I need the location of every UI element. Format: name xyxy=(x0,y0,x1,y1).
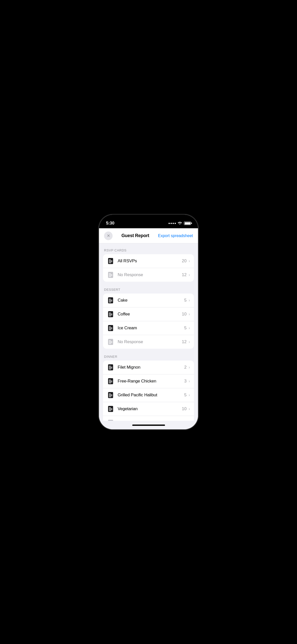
item-label-ice-cream: Ice Cream xyxy=(118,326,184,331)
chevron-icon-all-rsvps: › xyxy=(189,259,190,263)
svg-rect-8 xyxy=(109,275,112,276)
item-label-all-rsvps: All RSVPs xyxy=(118,259,182,264)
chevron-icon-filet-mignon: › xyxy=(189,365,190,370)
chevron-icon-ice-cream: › xyxy=(189,326,190,330)
list-item-coffee[interactable]: Coffee10› xyxy=(103,307,194,321)
svg-rect-23 xyxy=(109,329,112,329)
svg-rect-7 xyxy=(109,274,112,275)
doc-icon-no-response-dinner xyxy=(107,419,114,421)
svg-rect-6 xyxy=(109,273,111,274)
close-button[interactable]: ✕ xyxy=(104,232,113,240)
svg-rect-47 xyxy=(109,408,112,409)
list-item-no-response-dessert[interactable]: No Response12› xyxy=(103,335,194,349)
item-count-no-response-dinner: 12 xyxy=(182,420,187,421)
svg-rect-24 xyxy=(109,330,111,330)
item-count-coffee: 10 xyxy=(182,312,187,317)
page-title: Guest Report xyxy=(113,233,158,238)
item-count-no-response-dessert: 12 xyxy=(182,339,187,344)
svg-rect-16 xyxy=(109,313,111,313)
doc-icon-cake xyxy=(107,297,114,304)
svg-rect-31 xyxy=(109,366,111,366)
svg-rect-11 xyxy=(109,299,111,299)
doc-icon-grilled-pacific-halibut xyxy=(107,392,114,399)
chevron-icon-no-response-rsvp: › xyxy=(189,273,190,277)
svg-rect-42 xyxy=(109,395,112,395)
svg-rect-48 xyxy=(109,409,112,410)
list-item-grilled-pacific-halibut[interactable]: Grilled Pacific Halibut5› xyxy=(103,388,194,402)
chevron-icon-no-response-dessert: › xyxy=(189,340,190,344)
svg-rect-33 xyxy=(109,368,112,368)
nav-bar: ✕ Guest Report Export spreadsheet xyxy=(99,228,198,243)
section-rsvp-cards: RSVP Cards All RSVPs20› No Response12› xyxy=(103,248,194,282)
list-item-vegetarian[interactable]: Vegetarian10› xyxy=(103,402,194,416)
status-time: 5:30 xyxy=(106,221,114,226)
svg-rect-9 xyxy=(109,276,111,277)
svg-rect-44 xyxy=(109,397,111,397)
svg-rect-41 xyxy=(109,394,111,394)
svg-rect-13 xyxy=(109,301,112,301)
svg-rect-27 xyxy=(109,341,112,342)
doc-icon-no-response-dessert xyxy=(107,338,114,345)
section-title-dessert: Dessert xyxy=(103,288,194,292)
item-label-vegetarian: Vegetarian xyxy=(118,406,182,411)
svg-rect-12 xyxy=(109,300,112,300)
svg-rect-49 xyxy=(109,410,111,411)
chevron-icon-coffee: › xyxy=(189,312,190,316)
svg-rect-28 xyxy=(109,342,112,343)
item-count-cake: 5 xyxy=(184,298,186,303)
svg-rect-46 xyxy=(109,407,111,408)
svg-rect-18 xyxy=(109,315,112,315)
doc-icon-no-response-rsvp xyxy=(107,271,114,278)
item-count-ice-cream: 5 xyxy=(184,326,186,331)
svg-rect-4 xyxy=(109,263,111,263)
item-label-no-response-dessert: No Response xyxy=(118,339,182,344)
doc-icon-filet-mignon xyxy=(107,364,114,371)
item-label-no-response-dinner: No Response xyxy=(118,420,182,421)
svg-rect-1 xyxy=(109,260,111,260)
battery-icon xyxy=(184,221,191,225)
doc-icon-free-range-chicken xyxy=(107,378,114,385)
export-spreadsheet-button[interactable]: Export spreadsheet xyxy=(158,234,193,238)
item-label-no-response-rsvp: No Response xyxy=(118,272,182,277)
item-count-grilled-pacific-halibut: 5 xyxy=(184,393,186,398)
svg-rect-39 xyxy=(109,383,111,383)
home-indicator xyxy=(132,425,165,426)
list-item-ice-cream[interactable]: Ice Cream5› xyxy=(103,321,194,335)
item-label-coffee: Coffee xyxy=(118,312,182,317)
chevron-icon-no-response-dinner: › xyxy=(189,421,190,421)
item-count-no-response-rsvp: 12 xyxy=(182,272,187,277)
svg-rect-32 xyxy=(109,367,112,367)
chevron-icon-cake: › xyxy=(189,298,190,303)
item-label-filet-mignon: Filet Mignon xyxy=(118,365,184,370)
svg-rect-29 xyxy=(109,343,111,344)
svg-rect-2 xyxy=(109,261,112,261)
status-bar: 5:30 xyxy=(99,215,198,228)
home-indicator-bar xyxy=(99,421,198,429)
doc-icon-ice-cream xyxy=(107,325,114,332)
item-count-free-range-chicken: 3 xyxy=(184,379,186,384)
svg-rect-38 xyxy=(109,382,112,382)
section-title-dinner: Dinner xyxy=(103,355,194,359)
list-item-no-response-rsvp[interactable]: No Response12› xyxy=(103,268,194,282)
chevron-icon-grilled-pacific-halibut: › xyxy=(189,393,190,397)
svg-rect-26 xyxy=(109,340,111,341)
item-label-free-range-chicken: Free-Range Chicken xyxy=(118,379,184,384)
doc-icon-all-rsvps xyxy=(107,257,114,265)
doc-icon-vegetarian xyxy=(107,405,114,412)
list-item-no-response-dinner[interactable]: No Response12› xyxy=(103,416,194,421)
section-card-dessert: Cake5› Coffee10› Ice Cream5› No Response… xyxy=(103,294,194,349)
list-item-free-range-chicken[interactable]: Free-Range Chicken3› xyxy=(103,374,194,388)
chevron-icon-free-range-chicken: › xyxy=(189,379,190,383)
svg-rect-36 xyxy=(109,380,111,380)
list-item-all-rsvps[interactable]: All RSVPs20› xyxy=(103,254,194,268)
status-icons xyxy=(169,221,191,226)
svg-rect-14 xyxy=(109,302,111,302)
item-label-cake: Cake xyxy=(118,298,184,303)
svg-rect-22 xyxy=(109,328,112,328)
svg-rect-34 xyxy=(109,369,111,369)
item-count-filet-mignon: 2 xyxy=(184,365,186,370)
section-title-rsvp-cards: RSVP Cards xyxy=(103,248,194,252)
svg-rect-37 xyxy=(109,381,112,381)
list-item-cake[interactable]: Cake5› xyxy=(103,294,194,307)
list-item-filet-mignon[interactable]: Filet Mignon2› xyxy=(103,361,194,374)
